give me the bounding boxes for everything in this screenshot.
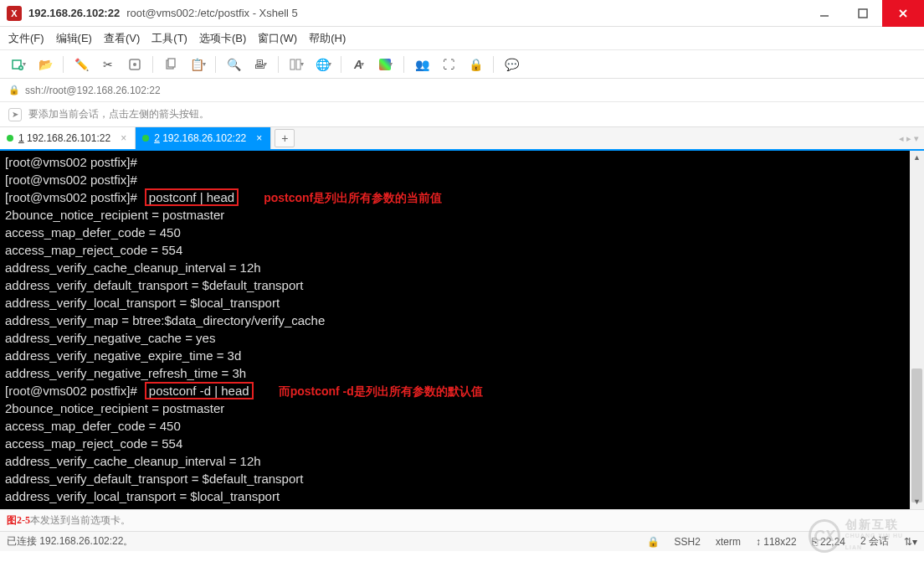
tab-index: 1: [18, 132, 24, 144]
prompt: [root@vms002 postfix]#: [5, 384, 137, 398]
status-dot-icon: [7, 135, 13, 142]
reconnect-button[interactable]: ✏️: [69, 54, 93, 75]
menu-tools[interactable]: 工具(T): [151, 31, 187, 46]
addressbar: 🔒 ssh://root@192.168.26.102:22: [0, 79, 924, 102]
tabstrip: 1 192.168.26.101:22 × 2 192.168.26.102:2…: [0, 127, 924, 151]
svg-rect-1: [859, 9, 867, 18]
footer-overlay-text: 本发送到当前选项卡。: [30, 513, 131, 528]
terminal-output-line: address_verify_map = btree:$data_directo…: [5, 507, 325, 509]
window-title-host: 192.168.26.102:22: [28, 7, 120, 19]
titlebar: X 192.168.26.102:22 root@vms002:/etc/pos…: [0, 0, 924, 27]
scroll-thumb[interactable]: [911, 368, 922, 502]
prompt: [root@vms002 postfix]#: [5, 190, 137, 204]
statusbar: 已连接 192.168.26.102:22。 🔒 SSH2 xterm ↕ 11…: [0, 531, 924, 551]
figure-label: 图2-5: [7, 513, 30, 528]
tab-label: 192.168.26.101:22: [27, 132, 110, 144]
terminal-output-line: address_verify_negative_cache = yes: [5, 331, 215, 345]
open-button[interactable]: 📂: [33, 54, 57, 75]
menu-window[interactable]: 窗口(W): [258, 31, 297, 46]
find-button[interactable]: 🔍: [222, 54, 245, 75]
tab-nav-arrows[interactable]: ◂ ▸ ▾: [899, 127, 919, 149]
tab-close-button[interactable]: ×: [121, 132, 126, 144]
hintbar: ➤ 要添加当前会话，点击左侧的箭头按钮。: [0, 102, 924, 127]
status-size: 118x22: [763, 536, 796, 548]
menu-view[interactable]: 查看(V): [104, 31, 140, 46]
svg-rect-12: [290, 59, 295, 70]
menu-edit[interactable]: 编辑(E): [56, 31, 92, 46]
terminal-output-line: access_map_reject_code = 554: [5, 436, 182, 451]
terminal-output-line: address_verify_local_transport = $local_…: [5, 489, 280, 503]
new-tab-button[interactable]: +: [275, 129, 295, 147]
terminal-output-line: address_verify_default_transport = $defa…: [5, 278, 303, 292]
prompt: [root@vms002 postfix]#: [5, 173, 137, 187]
terminal-output-line: address_verify_negative_refresh_time = 3…: [5, 366, 246, 380]
disconnect-button[interactable]: ✂: [96, 54, 120, 75]
fullscreen-button[interactable]: ⛶: [437, 54, 460, 75]
copy-button[interactable]: [159, 54, 182, 75]
menu-help[interactable]: 帮助(H): [309, 31, 346, 46]
svg-rect-11: [168, 59, 175, 67]
lock-icon: 🔒: [8, 85, 20, 95]
layout-button[interactable]: ▾: [285, 54, 308, 75]
app-logo-icon: X: [7, 6, 22, 21]
prompt: [root@vms002 postfix]#: [5, 155, 137, 169]
window-title-path: root@vms002:/etc/postfix - Xshell 5: [126, 7, 298, 19]
terminal-output-line: 2bounce_notice_recipient = postmaster: [5, 401, 224, 415]
scrollbar[interactable]: ▲ ▼: [910, 151, 924, 509]
terminal-output-line: address_verify_negative_expire_time = 3d: [5, 348, 241, 363]
paste-button[interactable]: 📋▾: [186, 54, 209, 75]
command-highlight: postconf -d | head: [145, 382, 254, 399]
terminal-output-line: access_map_reject_code = 554: [5, 243, 182, 257]
hint-text: 要添加当前会话，点击左侧的箭头按钮。: [28, 107, 209, 121]
terminal-output-line: address_verify_default_transport = $defa…: [5, 472, 303, 486]
terminal-output-line: address_verify_cache_cleanup_interval = …: [5, 454, 261, 468]
tab-close-button[interactable]: ×: [256, 132, 262, 144]
status-term: xterm: [716, 536, 741, 548]
annotation: 而postconf -d是列出所有参数的默认值: [279, 384, 483, 398]
session-tab-2[interactable]: 2 192.168.26.102:22 ×: [136, 127, 271, 149]
terminal-output-line: address_verify_map = btree:$data_directo…: [5, 313, 325, 327]
encoding-button[interactable]: 🌐▾: [311, 54, 335, 75]
new-session-button[interactable]: ▾: [7, 54, 30, 75]
minimize-button[interactable]: [805, 0, 844, 27]
terminal-output-line: address_verify_cache_cleanup_interval = …: [5, 260, 261, 275]
status-connection: 已连接 192.168.26.102:22。: [7, 534, 133, 549]
terminal[interactable]: [root@vms002 postfix]# [root@vms002 post…: [0, 151, 924, 509]
scroll-up-arrow[interactable]: ▲: [910, 151, 924, 165]
properties-button[interactable]: [123, 54, 146, 75]
tab-label: 192.168.26.102:22: [162, 132, 246, 144]
terminal-output-line: access_map_defer_code = 450: [5, 419, 181, 433]
terminal-output-line: access_map_defer_code = 450: [5, 225, 181, 240]
scroll-down-arrow[interactable]: ▼: [910, 495, 924, 509]
font-button[interactable]: A▾: [347, 54, 371, 75]
help-button[interactable]: 💬: [500, 54, 523, 75]
users-button[interactable]: 👥: [410, 54, 434, 75]
input-footer: 图2-5本发送到当前选项卡。: [0, 509, 924, 531]
menubar: 文件(F) 编辑(E) 查看(V) 工具(T) 选项卡(B) 窗口(W) 帮助(…: [0, 27, 924, 50]
status-cursor: 22,24: [820, 536, 845, 548]
address-url[interactable]: ssh://root@192.168.26.102:22: [25, 85, 161, 96]
tab-index: 2: [154, 132, 160, 144]
command-highlight: postconf | head: [145, 188, 239, 206]
status-sessions: 2 会话: [860, 534, 889, 549]
maximize-button[interactable]: [844, 0, 882, 27]
status-dot-icon: [142, 135, 149, 142]
print-button[interactable]: 🖶▾: [249, 54, 272, 75]
lock-button[interactable]: 🔒: [464, 54, 487, 75]
add-session-hint-button[interactable]: ➤: [8, 108, 22, 121]
menu-file[interactable]: 文件(F): [8, 31, 44, 46]
terminal-output-line: address_verify_local_transport = $local_…: [5, 296, 280, 310]
menu-tabs[interactable]: 选项卡(B): [199, 31, 246, 46]
close-button[interactable]: [882, 0, 924, 27]
toolbar: ▾ 📂 ✏️ ✂ 📋▾ 🔍 🖶▾ ▾ 🌐▾ A▾ ▾ 👥 ⛶ 🔒 💬: [0, 50, 924, 79]
status-protocol: SSH2: [675, 536, 701, 548]
color-button[interactable]: ▾: [374, 54, 398, 75]
annotation: postconf是列出所有参数的当前值: [264, 191, 442, 204]
session-tab-1[interactable]: 1 192.168.26.101:22 ×: [0, 127, 136, 149]
terminal-output-line: 2bounce_notice_recipient = postmaster: [5, 208, 224, 222]
svg-point-9: [133, 63, 136, 66]
status-lock-icon: 🔒: [647, 536, 660, 548]
